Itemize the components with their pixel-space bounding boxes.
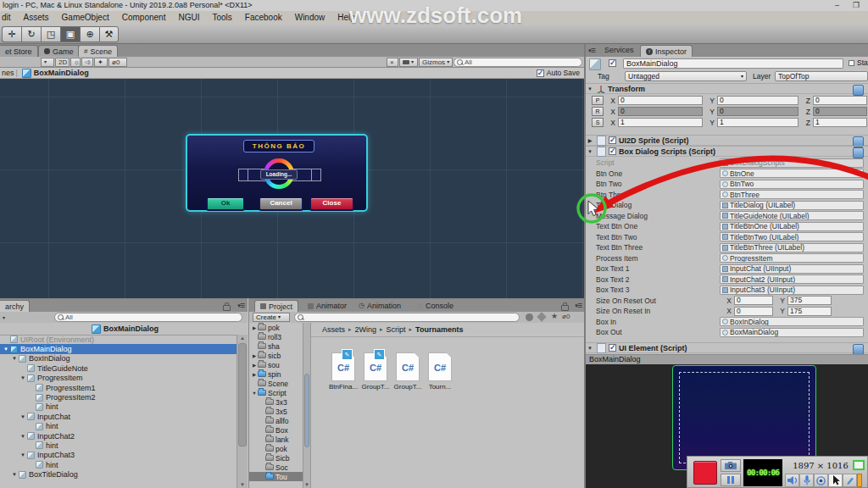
- project-folder-box[interactable]: Box: [249, 425, 303, 435]
- foldout-icon[interactable]: ▶: [251, 363, 258, 368]
- project-folder-sou[interactable]: ▶sou: [249, 360, 303, 369]
- hierarchy-item-hint[interactable]: hint: [0, 460, 236, 469]
- pause-recording-button[interactable]: [721, 474, 741, 486]
- tool-custom-button[interactable]: ⚒: [99, 26, 119, 42]
- hierarchy-scene-header[interactable]: BoxMainDialog: [0, 323, 248, 336]
- object-reference-field[interactable]: InputChat2 (UIInput): [720, 274, 864, 284]
- gizmo-eye-icon[interactable]: ø0: [562, 313, 570, 320]
- object-reference-field[interactable]: TitleGuideNote (UILabel): [720, 211, 864, 220]
- tab-animator[interactable]: Animator: [303, 300, 352, 312]
- scene-tools-button[interactable]: ×: [387, 58, 398, 67]
- breadcrumb-assets[interactable]: Assets: [322, 325, 345, 334]
- breadcrumb-script[interactable]: Script: [387, 325, 406, 334]
- transform-r-y-field[interactable]: 0: [717, 107, 798, 116]
- hierarchy-item-progressitem2[interactable]: ProgressItem2: [0, 392, 236, 402]
- audio-toggle[interactable]: ◁): [81, 58, 93, 67]
- transform-r-z-field[interactable]: 0: [813, 107, 867, 116]
- create-dropdown-icon[interactable]: ▾: [3, 314, 5, 320]
- ui2d-sprite-header[interactable]: ▶ UI2D Sprite (Script): [586, 135, 868, 146]
- project-folder-roll3[interactable]: roll3: [249, 332, 303, 341]
- tab-inspector[interactable]: ! Inspector: [640, 45, 693, 57]
- pane-menu-icon[interactable]: ▾☰: [588, 47, 595, 54]
- menu-item-facebook[interactable]: Facebook: [239, 11, 289, 24]
- sound-toggle-button[interactable]: [785, 474, 799, 487]
- create-button[interactable]: Create ▾: [253, 313, 290, 322]
- scroll-up-icon[interactable]: ▲: [237, 336, 248, 341]
- foldout-icon[interactable]: ▶: [251, 372, 258, 377]
- shading-mode-dropdown[interactable]: ▾: [41, 58, 54, 67]
- object-reference-field[interactable]: BoxMainDialog: [720, 328, 864, 337]
- dialog-ok-button[interactable]: Ok: [206, 197, 245, 211]
- project-folder-pok[interactable]: pok: [249, 444, 303, 453]
- tool-scale-button[interactable]: ◳: [41, 26, 60, 42]
- tab-scene[interactable]: # Scene: [78, 45, 118, 57]
- menu-item-gameobject[interactable]: GameObject: [56, 11, 116, 24]
- tool-transform-button[interactable]: ⊕: [80, 26, 99, 42]
- foldout-icon[interactable]: ▼: [586, 86, 594, 92]
- foldout-icon[interactable]: ▼: [251, 391, 258, 396]
- tab-animation[interactable]: ◷ Animation: [353, 300, 406, 312]
- tag-dropdown[interactable]: Untagged ▾: [625, 71, 747, 81]
- stop-recording-button[interactable]: [693, 461, 717, 485]
- foldout-icon[interactable]: ▼: [10, 472, 19, 477]
- foldout-icon[interactable]: ▶: [251, 325, 258, 330]
- foldout-icon[interactable]: ▼: [19, 375, 27, 380]
- project-folder-tou[interactable]: Tou: [249, 472, 303, 481]
- lock-icon[interactable]: [561, 305, 569, 311]
- tool-rect-button[interactable]: ▣: [60, 26, 80, 42]
- object-reference-field[interactable]: InputChat (UIInput): [720, 264, 864, 274]
- camera-dropdown[interactable]: ▾: [399, 58, 418, 67]
- project-folder-sha[interactable]: sha: [249, 341, 303, 351]
- tab-project[interactable]: Project: [254, 300, 298, 312]
- hierarchy-item-progressitem1[interactable]: ProgressItem1: [0, 383, 236, 392]
- breadcrumb-current[interactable]: BoxMainDialog: [34, 69, 89, 77]
- tab-hierarchy[interactable]: archy: [0, 300, 30, 312]
- breadcrumb-2wing[interactable]: 2Wing: [355, 325, 377, 334]
- auto-save-toggle[interactable]: Auto Save: [537, 69, 580, 77]
- box-dialog-scripts-header[interactable]: ▼ Box Dialog Scripts (Script): [586, 146, 868, 157]
- gizmo-visibility-toggle[interactable]: ø0: [108, 58, 127, 67]
- object-reference-field[interactable]: TitleBtnOne (UILabel): [720, 222, 864, 231]
- tab-game[interactable]: Game: [38, 45, 80, 57]
- cursor-capture-button[interactable]: [828, 474, 843, 487]
- foldout-icon[interactable]: ▼: [19, 452, 27, 458]
- scene-viewport[interactable]: THÔNG BÁO Loading... Ok Cancel Close: [0, 79, 584, 298]
- axis-mode-button-s[interactable]: S: [592, 118, 604, 127]
- field-x-input[interactable]: 0: [734, 307, 773, 316]
- tab-console[interactable]: Console: [412, 300, 459, 312]
- tab-asset-store[interactable]: et Store: [0, 45, 38, 57]
- hierarchy-item-titleguidenote[interactable]: TitleGuideNote: [0, 363, 236, 373]
- object-reference-field[interactable]: BtnThree: [720, 190, 864, 199]
- transform-p-y-field[interactable]: 0: [717, 96, 798, 105]
- pane-menu-icon[interactable]: ▾☰: [575, 302, 581, 309]
- foldout-icon[interactable]: ▼: [586, 346, 594, 351]
- foldout-icon[interactable]: ▼: [2, 347, 10, 352]
- name-field[interactable]: BoxMainDialog: [623, 58, 843, 69]
- scroll-thumb[interactable]: [304, 374, 309, 447]
- capture-region-icon[interactable]: [853, 460, 865, 470]
- project-folder-sicb[interactable]: ▶sicb: [249, 351, 303, 360]
- scene-search-input[interactable]: All: [453, 58, 582, 67]
- game-dialog-sprite[interactable]: THÔNG BÁO Loading... Ok Cancel Close: [186, 134, 368, 212]
- object-reference-field[interactable]: InputChat3 (UIInput): [720, 286, 864, 295]
- scroll-down-icon[interactable]: ▼: [303, 482, 310, 487]
- project-folder-sicb[interactable]: Sicb: [249, 453, 303, 463]
- menu-item-assets[interactable]: Assets: [18, 11, 56, 24]
- menu-item-component[interactable]: Component: [116, 11, 173, 24]
- foldout-icon[interactable]: ▼: [19, 434, 27, 439]
- hierarchy-item-hint[interactable]: hint: [0, 422, 236, 431]
- hierarchy-item-boxtitledialog[interactable]: ▼BoxTitleDialog: [0, 469, 236, 479]
- component-checkbox[interactable]: [609, 147, 616, 155]
- draw-pen-button[interactable]: [843, 474, 857, 487]
- foldout-icon[interactable]: ▶: [251, 353, 258, 358]
- menu-item-ngui[interactable]: NGUI: [172, 11, 206, 24]
- object-reference-field[interactable]: BoxInDialog: [720, 317, 864, 326]
- hierarchy-item-boxindialog[interactable]: ▼BoxInDialog: [0, 354, 236, 363]
- foldout-icon[interactable]: ▼: [586, 149, 594, 154]
- transform-s-z-field[interactable]: 1: [813, 118, 867, 127]
- object-reference-field[interactable]: ProgressItem: [720, 253, 864, 263]
- project-folder-3x5[interactable]: 3x5: [249, 407, 303, 416]
- field-y-input[interactable]: 375: [787, 296, 832, 305]
- layer-dropdown[interactable]: TopOfTop: [775, 71, 868, 81]
- tab-services[interactable]: Services: [604, 46, 634, 54]
